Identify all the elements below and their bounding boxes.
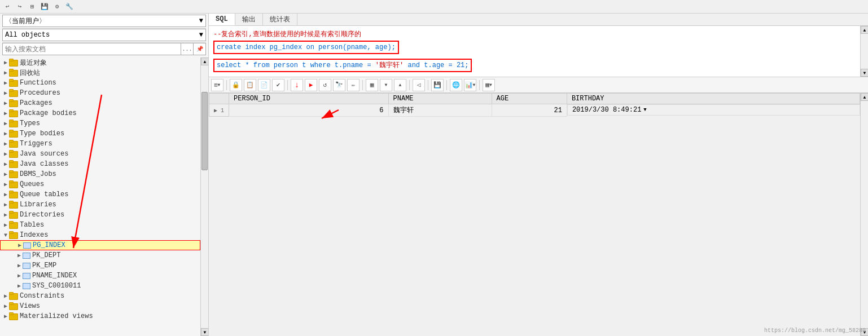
tree-item-materialized-views[interactable]: ▶ Materialized views [0, 311, 200, 321]
folder-icon [9, 79, 18, 86]
toolbar-down-btn[interactable]: ↓ [291, 79, 303, 91]
tree-arrow-icon: ▶ [2, 191, 9, 198]
tree-arrow-icon: ▶ [2, 100, 9, 107]
tree-item-constraints[interactable]: ▶ Constraints [0, 291, 200, 301]
tree-item-pg-index[interactable]: ▶ PG_INDEX [0, 240, 200, 250]
toolbar-search-btn[interactable]: 🔭 [333, 79, 345, 91]
toolbar-check-btn[interactable]: ✔ [272, 79, 284, 91]
birthday-dropdown[interactable]: ▼ [643, 107, 646, 113]
tree-label: SYS_C0010011 [32, 282, 81, 290]
toolbar-icon-5[interactable]: ⚙ [52, 2, 62, 12]
index-icon [23, 242, 31, 249]
chart-dropdown-arrow: ▼ [473, 82, 476, 87]
current-user-label: 〈当前用户〉 [5, 16, 46, 26]
toolbar-icon-6[interactable]: 🔧 [64, 2, 74, 12]
toolbar-grid-btn[interactable]: ⊞ ▼ [211, 79, 223, 91]
dropdown-arrow-icon: ▼ [199, 17, 203, 25]
search-button[interactable]: ... [181, 43, 193, 55]
tree-arrow-icon: ▶ [2, 59, 9, 66]
toolbar-paste-btn[interactable]: 📄 [258, 79, 270, 91]
tree-arrow-icon: ▶ [16, 282, 23, 289]
tree-item-sys-c0010011[interactable]: ▶ SYS_C0010011 [0, 281, 200, 291]
tab-stats[interactable]: 统计表 [263, 14, 297, 25]
tree-item-dbms-jobs[interactable]: ▶ DBMS_Jobs [0, 169, 200, 179]
toolbar-globe-btn[interactable]: 🌐 [450, 79, 462, 91]
sidebar-scrollbar[interactable]: ▲ ▼ [200, 58, 208, 336]
toolbar-lock-btn[interactable]: 🔒 [230, 79, 242, 91]
search-pin-button[interactable]: 📌 [193, 43, 205, 55]
sql-select-line: select * from person t where t.pname = '… [213, 59, 856, 72]
tree-item-tables[interactable]: ▶ Tables [0, 220, 200, 230]
tree-label: Functions [20, 79, 56, 87]
tree-item-functions[interactable]: ▶ Functions [0, 78, 200, 88]
tree-item-type-bodies[interactable]: ▶ Type bodies [0, 129, 200, 139]
toolbar-filter-btn[interactable]: ◁ [413, 79, 425, 91]
toolbar-grid2-btn[interactable]: ▦▼ [483, 79, 495, 91]
tab-output[interactable]: 输出 [235, 14, 263, 25]
tree-item-queues[interactable]: ▶ Queues [0, 179, 200, 189]
toolbar-pen-btn[interactable]: ✏ [347, 79, 360, 91]
tree-item-types[interactable]: ▶ Types [0, 118, 200, 129]
tab-output-label: 输出 [242, 15, 256, 24]
all-objects-dropdown[interactable]: All objects ▼ [2, 29, 206, 41]
folder-icon [9, 130, 18, 137]
tree-item-queue-tables[interactable]: ▶ Queue tables [0, 189, 200, 200]
tree-item-recycle[interactable]: ▶ 回收站 [0, 68, 200, 78]
tree-item-pk-emp[interactable]: ▶ PK_EMP [0, 260, 200, 271]
toolbar-sep-1 [226, 80, 227, 90]
toolbar-icon-3[interactable]: ⊞ [27, 2, 37, 12]
toolbar-sort-asc-btn[interactable]: ▼ [380, 79, 392, 91]
user-dropdown-row: 〈当前用户〉 ▼ [2, 15, 206, 29]
toolbar-save-btn[interactable]: 💾 [431, 79, 444, 91]
scroll-thumb[interactable] [201, 92, 208, 171]
tree-label: PNAME_INDEX [32, 272, 77, 280]
tree-item-recent[interactable]: ▶ 最近对象 [0, 58, 200, 68]
tree-item-views[interactable]: ▶ Views [0, 301, 200, 311]
toolbar-chart-btn[interactable]: 📊▼ [464, 79, 476, 91]
toolbar-icon-1[interactable]: ↩ [2, 2, 12, 12]
tree-arrow-icon: ▶ [2, 201, 9, 208]
scroll-up-arrow[interactable]: ▲ [201, 58, 208, 65]
tree-item-package-bodies[interactable]: ▶ Package bodies [0, 108, 200, 118]
sql-editor[interactable]: --复合索引,查询数据使用的时候是有索引顺序的 create index pg_… [209, 26, 860, 77]
toolbar-icon-2[interactable]: ↪ [15, 2, 25, 12]
sql-editor-area: --复合索引,查询数据使用的时候是有索引顺序的 create index pg_… [209, 26, 868, 77]
tree-item-pk-dept[interactable]: ▶ PK_DEPT [0, 250, 200, 260]
result-scroll-up[interactable]: ▲ [861, 93, 868, 101]
toolbar-refresh-btn[interactable]: ↺ [319, 79, 331, 91]
table-row: ▶ 1 6 魏宇轩 21 2019/3/30 8:49:21 ▼ [209, 104, 860, 117]
tree-item-libraries[interactable]: ▶ Libraries [0, 200, 200, 210]
folder-icon [9, 110, 18, 117]
editor-scroll-up[interactable]: ▲ [861, 26, 868, 34]
toolbar-sort-desc-btn[interactable]: ▲ [394, 79, 406, 91]
folder-icon [9, 303, 18, 310]
toolbar-table-btn[interactable]: ▦ [366, 79, 378, 91]
tree-item-procedures[interactable]: ▶ Procedures [0, 88, 200, 98]
tree-label: PK_EMP [32, 262, 56, 269]
tree-item-indexes[interactable]: ▼ Indexes [0, 230, 200, 240]
sort-desc-icon: ▲ [399, 82, 402, 87]
result-content: PERSON_ID PNAME AGE BIRTHDAY ▶ 1 6 魏宇轩 [209, 93, 868, 336]
result-scrollbar[interactable]: ▲ ▼ [860, 93, 868, 336]
tree-item-java-sources[interactable]: ▶ Java sources [0, 149, 200, 159]
scroll-down-arrow[interactable]: ▼ [201, 328, 208, 336]
search-input[interactable] [3, 45, 181, 54]
index-icon [23, 273, 30, 279]
grid2-icon: ▦ [485, 81, 489, 89]
current-user-dropdown[interactable]: 〈当前用户〉 ▼ [2, 15, 206, 27]
search-bar: ... 📌 [2, 43, 206, 55]
editor-scroll-down[interactable]: ▼ [861, 69, 868, 77]
tree-item-directories[interactable]: ▶ Directories [0, 210, 200, 220]
lock-icon: 🔒 [232, 81, 240, 89]
tree-item-java-classes[interactable]: ▶ Java classes [0, 159, 200, 169]
toolbar-play-btn[interactable]: ▶ [305, 79, 317, 91]
tree-item-pname-index[interactable]: ▶ PNAME_INDEX [0, 271, 200, 281]
tree-item-triggers[interactable]: ▶ Triggers [0, 139, 200, 149]
folder-icon [9, 222, 18, 228]
tree-item-packages[interactable]: ▶ Packages [0, 98, 200, 108]
toolbar-icon-4[interactable]: 💾 [40, 2, 50, 12]
folder-icon [9, 140, 18, 147]
toolbar-copy-btn[interactable]: 📋 [244, 79, 256, 91]
editor-scrollbar[interactable]: ▲ ▼ [860, 26, 868, 77]
tab-sql[interactable]: SQL [209, 14, 235, 25]
